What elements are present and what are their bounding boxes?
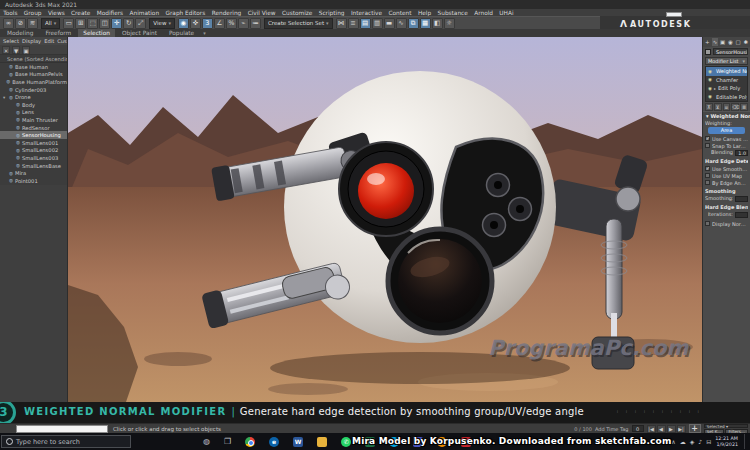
smoothing-spinner[interactable]	[735, 196, 748, 202]
menu-item[interactable]: Group	[21, 10, 45, 16]
go-to-end-button[interactable]: ▶|	[677, 425, 686, 433]
make-unique-icon[interactable]: ⧈	[723, 103, 731, 111]
scene-explorer-menu-item[interactable]: Display	[22, 38, 41, 44]
mirror-icon[interactable]: ⋈	[336, 18, 347, 29]
timeline-ruler[interactable]: ı ı ı ı ı ı ı ı ı ı	[617, 408, 702, 414]
scene-explorer-menu-item[interactable]: Edit	[44, 38, 54, 44]
scene-explorer-menu-item[interactable]: Select	[3, 38, 19, 44]
scene-object-row[interactable]: ◍ SmallLens002	[0, 147, 67, 155]
menu-item[interactable]: Create	[68, 10, 94, 16]
scene-object-row[interactable]: ◍ SmallLensBase	[0, 162, 67, 170]
create-tab-icon[interactable]: +	[704, 38, 711, 46]
menu-item[interactable]: Help	[415, 10, 435, 16]
menu-item[interactable]: Modifiers	[93, 10, 126, 16]
menu-item[interactable]: Customize	[279, 10, 316, 16]
create-selection-set-dropdown[interactable]: Create Selection Set ▾	[264, 18, 333, 29]
selection-filter-dropdown[interactable]: All ▾	[41, 18, 60, 29]
utilities-tab-icon[interactable]: ✱	[742, 38, 749, 46]
modifier-stack-row[interactable]: ◉ ▸ Edit Poly	[706, 84, 747, 93]
rectangular-selection-icon[interactable]: ⬚	[87, 18, 98, 29]
motion-tab-icon[interactable]: ◉	[727, 38, 734, 46]
perspective-viewport[interactable]: ProgramaPc.com ProgramaPc.com	[68, 37, 702, 402]
pin-stack-icon[interactable]: ⊼	[705, 103, 713, 111]
scene-object-row[interactable]: ◍ Cylinder003	[0, 86, 67, 94]
battery-icon[interactable]: ⊟	[706, 438, 711, 445]
render-production-icon[interactable]: ☼	[444, 18, 455, 29]
select-and-link-icon[interactable]: ∞	[3, 18, 14, 29]
bind-to-space-warp-icon[interactable]: ≋	[27, 18, 38, 29]
scene-explorer-menu-item[interactable]: Customize	[57, 38, 68, 44]
menu-item[interactable]: Arnold	[471, 10, 496, 16]
render-setup-icon[interactable]: ▦	[420, 18, 431, 29]
percent-snap-icon[interactable]: %	[226, 18, 237, 29]
curve-editor-icon[interactable]: ∿	[396, 18, 407, 29]
scene-object-row[interactable]: ◍ Body	[0, 101, 67, 109]
modifier-enabled-icon[interactable]: ◉	[708, 86, 712, 91]
menu-item[interactable]: Rendering	[208, 10, 244, 16]
spinner-snap-icon[interactable]: ⌁	[238, 18, 249, 29]
edge-icon[interactable]: e	[269, 437, 279, 447]
scene-object-row[interactable]: ◍ SmallLens001	[0, 139, 67, 147]
rendered-frame-window-icon[interactable]: ◧	[432, 18, 443, 29]
select-and-rotate-icon[interactable]: ↻	[123, 18, 134, 29]
select-by-name-icon[interactable]: ⊞	[75, 18, 86, 29]
select-and-scale-icon[interactable]: ⤢	[135, 18, 146, 29]
object-color-swatch[interactable]	[705, 49, 711, 55]
taskbar-clock[interactable]: 12:21 AM 1/9/2021	[715, 436, 738, 447]
menu-item[interactable]: Tools	[0, 10, 21, 16]
scene-object-row[interactable]: ◍ Base Human	[0, 63, 67, 71]
menu-item[interactable]: Scripting	[316, 10, 348, 16]
show-end-result-icon[interactable]: ⊻	[714, 103, 722, 111]
remove-modifier-icon[interactable]: ⌫	[731, 103, 739, 111]
checkbox-row[interactable]: ✓ Snap To Largest Face	[705, 142, 748, 149]
network-icon[interactable]: ◈	[690, 438, 695, 445]
ribbon-tab-object-paint[interactable]: Object Paint	[117, 29, 162, 37]
checkbox-row[interactable]: ✓ By Edge Angle	[705, 179, 748, 186]
checkbox[interactable]: ✓	[705, 180, 710, 185]
lock-explorer-icon[interactable]: ▣	[22, 46, 30, 54]
select-and-move-icon[interactable]: ✛	[111, 18, 122, 29]
angle-snap-icon[interactable]: ∠	[214, 18, 225, 29]
task-view-icon[interactable]: ❐	[224, 437, 231, 446]
checkbox[interactable]: ✓	[705, 136, 710, 141]
unlink-selection-icon[interactable]: ⊘	[15, 18, 26, 29]
schematic-view-icon[interactable]: ⧉	[408, 18, 419, 29]
modifier-enabled-icon[interactable]: ◉	[708, 69, 712, 74]
modifier-stack-row[interactable]: ◉ Chamfer	[706, 76, 747, 85]
snap-toggle-icon[interactable]: 3	[202, 18, 213, 29]
go-to-start-button[interactable]: |◀	[647, 425, 656, 433]
display-normals-row[interactable]: ✓ Display Normals	[705, 220, 748, 227]
menu-item[interactable]: Content	[385, 10, 414, 16]
play-button[interactable]: ▶	[667, 425, 676, 433]
rollout-header[interactable]: ▾ Weighted Normals	[703, 111, 750, 119]
toggle-layer-explorer-icon[interactable]: ▥	[372, 18, 383, 29]
scene-object-row[interactable]: ◍ Lens	[0, 109, 67, 117]
expand-icon[interactable]: ▾	[3, 95, 7, 100]
workspace-mini-field[interactable]	[666, 12, 682, 17]
show-desktop-button[interactable]	[744, 434, 746, 449]
configure-modifier-sets-icon[interactable]: ≣	[740, 103, 748, 111]
set-keys-button[interactable]: +	[689, 424, 701, 433]
menu-item[interactable]: UHAi	[496, 10, 517, 16]
checkbox-row[interactable]: ✓ Use Canvas Corners	[705, 135, 748, 142]
modifier-enabled-icon[interactable]: ◉	[708, 94, 712, 99]
reference-coordinate-dropdown[interactable]: View ▾	[149, 18, 175, 29]
checkbox[interactable]: ✓	[705, 143, 710, 148]
checkbox[interactable]: ✓	[705, 173, 710, 178]
previous-frame-button[interactable]: ◀	[657, 425, 666, 433]
use-pivot-point-icon[interactable]: ◉	[178, 18, 189, 29]
toggle-ribbon-icon[interactable]: ▬	[384, 18, 395, 29]
current-frame-spinner[interactable]: 0	[632, 425, 644, 432]
area-weighting-button[interactable]: Area	[708, 127, 745, 134]
checkbox[interactable]: ✓	[705, 166, 710, 171]
checkbox-row[interactable]: ✓ Use Smoothing Groups	[705, 165, 748, 172]
menu-item[interactable]: Graph Editors	[162, 10, 208, 16]
scene-object-row[interactable]: ◍ Mira	[0, 169, 67, 177]
filter-icon[interactable]: ▼	[12, 46, 20, 54]
taskbar-search[interactable]: Type here to search	[1, 435, 131, 448]
scene-explorer-sort-header[interactable]: Scene (Sorted Ascending)	[0, 55, 67, 63]
menu-item[interactable]: Civil View	[244, 10, 278, 16]
window-crossing-icon[interactable]: ◫	[99, 18, 110, 29]
add-time-tag-button[interactable]: Add Time Tag	[595, 426, 629, 432]
modifier-stack-row[interactable]: ◉ Weighted Normals	[706, 67, 747, 76]
